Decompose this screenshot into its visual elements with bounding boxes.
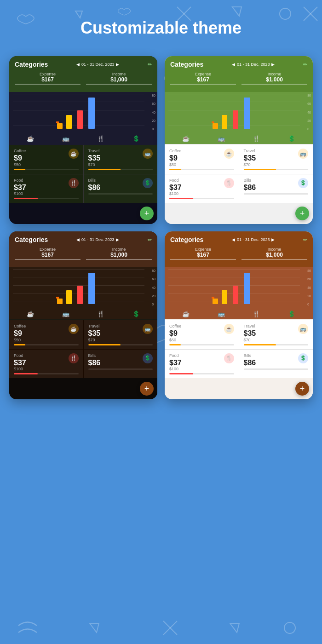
date-label-1: 01 - 31 Dec. 2023 [81, 62, 115, 67]
date-label-4: 01 - 31 Dec. 2023 [237, 237, 270, 242]
svg-rect-27 [77, 110, 83, 129]
svg-rect-37 [77, 286, 83, 304]
food-budget-3: $100 [14, 367, 79, 371]
prev-btn-4[interactable]: ◀ [232, 237, 235, 242]
expense-label-3: Expense [15, 247, 80, 252]
cat-travel-2: 🚌 Travel $35 $70 [239, 145, 313, 174]
next-btn-3[interactable]: ▶ [116, 237, 119, 242]
travel-icon-4: 🚌 [218, 310, 225, 317]
date-nav-3[interactable]: ◀ 01 - 31 Dec. 2023 ▶ [76, 237, 120, 242]
next-btn-2[interactable]: ▶ [271, 62, 275, 67]
fab-4[interactable]: + [295, 382, 309, 396]
svg-rect-40 [212, 297, 214, 299]
cards-grid: Categories ◀ 01 - 31 Dec. 2023 ▶ ✏ Expen… [0, 52, 322, 413]
income-label-1: Income [86, 72, 152, 76]
travel-badge-2: 🚌 [298, 149, 308, 159]
svg-rect-30 [212, 121, 214, 123]
food-icon-4: 🍴 [253, 310, 260, 317]
expense-label-1: Expense [15, 72, 80, 76]
cat-bills-4: 💲 Bills $86 [239, 350, 313, 379]
category-cards-1: ☕ Coffee $9 $50 🚌 Travel $35 $70 🍴 Food … [9, 145, 157, 203]
date-nav-1[interactable]: ◀ 01 - 31 Dec. 2023 ▶ [76, 62, 120, 67]
svg-rect-31 [222, 115, 227, 129]
date-nav-4[interactable]: ◀ 01 - 31 Dec. 2023 ▶ [232, 237, 275, 242]
expense-value-2: $167 [170, 76, 236, 83]
coffee-budget-4: $50 [169, 338, 234, 342]
svg-rect-34 [57, 299, 63, 304]
svg-marker-22 [230, 623, 239, 632]
expense-value-1: $167 [15, 76, 80, 83]
icon-row-3: ☕ 🚌 🍴 💲 [9, 309, 157, 319]
fab-2[interactable]: + [295, 207, 309, 220]
food-badge-1: 🍴 [69, 178, 79, 188]
bills-badge-1: 💲 [143, 178, 153, 188]
income-value-1: $1,000 [86, 76, 152, 83]
card-light-green: Categories ◀ 01 - 31 Dec. 2023 ▶ ✏ Expen… [165, 56, 313, 224]
date-nav-2[interactable]: ◀ 01 - 31 Dec. 2023 ▶ [232, 62, 275, 67]
food-icon-3: 🍴 [97, 310, 104, 317]
coffee-budget-2: $50 [169, 162, 234, 167]
svg-rect-33 [244, 98, 250, 129]
coffee-badge-3: ☕ [69, 324, 79, 334]
travel-budget-3: $70 [88, 338, 153, 342]
card-title-4: Categories [170, 236, 203, 243]
cat-travel-4: 🚌 Travel $35 $70 [239, 320, 313, 349]
expense-label-4: Expense [170, 247, 236, 252]
date-label-2: 01 - 31 Dec. 2023 [237, 62, 270, 67]
icon-row-1: ☕ 🚌 🍴 💲 [9, 133, 157, 144]
chart-area-4: 80 60 40 20 0 [165, 267, 313, 309]
edit-btn-4[interactable]: ✏ [303, 237, 307, 243]
expense-value-3: $167 [15, 252, 80, 258]
coffee-icon-4: ☕ [182, 310, 190, 317]
cat-coffee-3: ☕ Coffee $9 $50 [9, 320, 83, 349]
coffee-icon-3: ☕ [27, 310, 34, 317]
bills-icon-3: 💲 [132, 310, 140, 317]
prev-btn-1[interactable]: ◀ [76, 62, 80, 67]
prev-btn-3[interactable]: ◀ [76, 237, 80, 242]
next-btn-1[interactable]: ▶ [116, 62, 119, 67]
icon-row-4: ☕ 🚌 🍴 💲 [165, 309, 313, 319]
fab-1[interactable]: + [140, 207, 154, 220]
food-icon-1: 🍴 [97, 135, 104, 142]
bills-icon-1: 💲 [132, 135, 140, 142]
y-axis-2: 80 60 40 20 0 [307, 94, 311, 131]
svg-rect-38 [88, 273, 95, 304]
svg-rect-43 [244, 273, 250, 304]
category-cards-3: ☕ Coffee $9 $50 🚌 Travel $35 $70 🍴 Food … [9, 320, 157, 378]
card-dark-green: Categories ◀ 01 - 31 Dec. 2023 ▶ ✏ Expen… [9, 56, 157, 224]
expense-value-4: $167 [170, 252, 236, 258]
income-label-2: Income [242, 72, 307, 76]
bills-badge-2: 💲 [298, 178, 308, 188]
food-budget-2: $100 [169, 191, 234, 196]
food-badge-2: 🍴 [224, 178, 234, 188]
svg-line-20 [163, 621, 177, 635]
category-cards-2: ☕ Coffee $9 $50 🚌 Travel $35 $70 🍴 Food … [165, 145, 313, 203]
svg-rect-41 [222, 290, 227, 304]
y-axis-1: 80 60 40 20 0 [152, 94, 155, 131]
cat-food-1: 🍴 Food $37 $100 [9, 174, 83, 203]
next-btn-4[interactable]: ▶ [271, 237, 275, 242]
svg-rect-24 [57, 123, 63, 129]
svg-point-23 [284, 622, 295, 633]
cat-travel-1: 🚌 Travel $35 $70 [84, 145, 158, 174]
travel-icon-1: 🚌 [62, 135, 69, 142]
cat-coffee-1: ☕ Coffee $9 $50 [9, 145, 83, 174]
svg-rect-28 [88, 98, 95, 129]
coffee-badge-4: ☕ [224, 324, 234, 334]
travel-icon-2: 🚌 [218, 135, 225, 142]
svg-rect-42 [233, 286, 238, 304]
edit-btn-2[interactable]: ✏ [303, 62, 307, 68]
travel-badge-1: 🚌 [143, 149, 153, 159]
cat-bills-2: 💲 Bills $86 [239, 174, 313, 203]
chart-area-1: 80 60 40 20 0 [9, 92, 157, 133]
svg-rect-25 [56, 121, 59, 123]
travel-icon-3: 🚌 [62, 310, 69, 317]
chart-area-3: 80 60 40 20 0 [9, 267, 157, 309]
edit-btn-1[interactable]: ✏ [148, 62, 152, 68]
cat-bills-1: 💲 Bills $86 [84, 174, 158, 203]
fab-3[interactable]: + [140, 382, 154, 396]
svg-rect-29 [213, 123, 218, 129]
prev-btn-2[interactable]: ◀ [232, 62, 235, 67]
food-budget-4: $100 [169, 367, 234, 371]
edit-btn-3[interactable]: ✏ [148, 237, 152, 243]
